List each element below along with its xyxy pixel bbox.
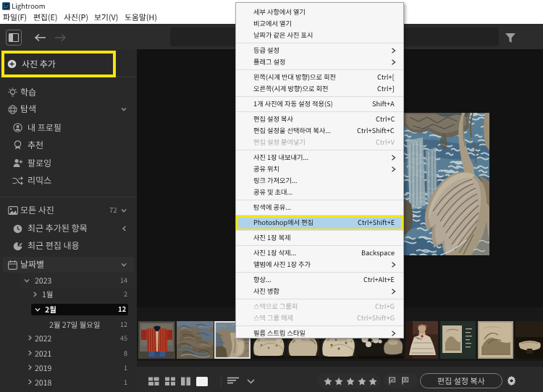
svg-text:Lr: Lr — [4, 4, 9, 9]
